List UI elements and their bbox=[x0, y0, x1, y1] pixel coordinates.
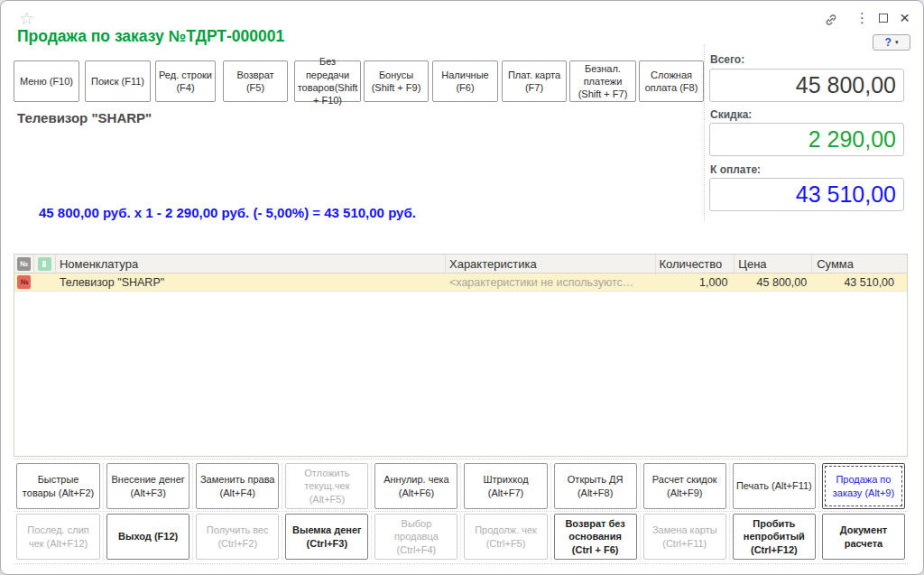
payment-card-button[interactable]: Плат. карта (F7) bbox=[502, 60, 567, 102]
exit-button[interactable]: Выход (F12) bbox=[106, 514, 189, 560]
more-menu-icon[interactable]: ⋮ bbox=[855, 10, 869, 26]
col-sum[interactable]: Сумма bbox=[812, 255, 907, 273]
bottom-toolbar-row1: Быстрые товары (Alt+F2) Внесение денег (… bbox=[14, 463, 908, 509]
items-table: № Номенклатура Характеристика Количество… bbox=[14, 254, 908, 457]
punch-unpunched-button[interactable]: Пробить непробитый (Ctrl+F12) bbox=[733, 514, 816, 560]
help-icon: ? bbox=[885, 37, 892, 48]
price-calculation-line: 45 800,00 руб. х 1 - 2 290,00 руб. (- 5,… bbox=[39, 205, 416, 220]
row-number-badge: № bbox=[17, 275, 31, 289]
cell-characteristic: <характеристики не используютс… bbox=[446, 276, 656, 289]
money-icon bbox=[38, 257, 51, 271]
return-no-basis-button[interactable]: Возврат без основания (Ctrl + F6) bbox=[554, 514, 637, 560]
cell-price: 45 800,00 bbox=[735, 276, 812, 289]
discount-calc-button[interactable]: Расчет скидок (Alt+F9) bbox=[643, 463, 726, 509]
cell-quantity: 1,000 bbox=[656, 276, 735, 289]
total-value: 45 800,00 bbox=[709, 69, 904, 102]
sale-by-order-button[interactable]: Продажа по заказу (Alt+9) bbox=[822, 463, 905, 509]
edit-row-button[interactable]: Ред. строки (F4) bbox=[155, 60, 216, 102]
print-button[interactable]: Печать (Alt+F11) bbox=[733, 463, 816, 509]
deposit-money-button[interactable]: Внесение денег (Alt+F3) bbox=[106, 463, 189, 509]
search-button[interactable]: Поиск (F11) bbox=[85, 60, 151, 102]
link-icon[interactable] bbox=[824, 13, 838, 27]
col-nomenclature[interactable]: Номенклатура bbox=[56, 255, 446, 273]
separator bbox=[14, 563, 908, 564]
cashless-payments-button[interactable]: Безнал. платежи (Shift + F7) bbox=[569, 60, 636, 102]
cell-sum: 43 510,00 bbox=[812, 276, 907, 289]
due-value: 43 510,00 bbox=[709, 178, 904, 211]
void-receipt-button[interactable]: Аннулир. чека (Alt+F6) bbox=[374, 463, 457, 509]
card-replace-button: Замена карты (Ctrl+F11) bbox=[643, 514, 726, 560]
return-button[interactable]: Возврат (F5) bbox=[223, 60, 288, 102]
cell-nomenclature: Телевизор "SHARP" bbox=[56, 276, 446, 289]
cash-withdrawal-button[interactable]: Выемка денег (Ctrl+F3) bbox=[285, 514, 368, 560]
bottom-toolbar-row2: Послед. слип чек (Alt+F12) Выход (F12) П… bbox=[14, 514, 908, 560]
no-goods-transfer-button[interactable]: Без передачи товаров(Shift + F10) bbox=[294, 60, 361, 102]
settlement-document-button[interactable]: Документ расчета bbox=[822, 514, 905, 560]
table-row[interactable]: № Телевизор "SHARP" <характеристики не и… bbox=[14, 274, 907, 292]
defer-receipt-button: Отложить текущ.чек (Alt+F5) bbox=[285, 463, 368, 509]
open-drawer-button[interactable]: Открыть ДЯ (Alt+F8) bbox=[554, 463, 637, 509]
discount-value: 2 290,00 bbox=[709, 123, 904, 156]
total-label: Всего: bbox=[710, 53, 744, 66]
seller-select-button: Выбор продавца (Ctrl+F4) bbox=[374, 514, 457, 560]
continue-receipt-button: Продолж. чек (Ctrl+F5) bbox=[464, 514, 547, 560]
separator bbox=[14, 459, 908, 459]
maximize-icon[interactable] bbox=[879, 14, 888, 23]
current-product-name: Телевизор "SHARP" bbox=[17, 110, 152, 125]
last-slip-button: Послед. слип чек (Alt+F12) bbox=[16, 514, 100, 560]
page-title: Продажа по заказу №ТДРТ-000001 bbox=[17, 27, 284, 46]
col-quantity[interactable]: Количество bbox=[656, 255, 735, 273]
get-weight-button: Получить вес (Ctrl+F2) bbox=[196, 514, 279, 560]
barcode-button[interactable]: Штрихкод (Alt+F7) bbox=[464, 463, 547, 509]
bonuses-button[interactable]: Бонусы (Shift + F9) bbox=[364, 60, 429, 102]
table-header-row: № Номенклатура Характеристика Количество… bbox=[14, 255, 907, 274]
change-rights-button[interactable]: Заменить права (Alt+F4) bbox=[196, 463, 279, 509]
favorite-star-icon[interactable]: ☆ bbox=[19, 8, 34, 29]
pos-window: ☆ ⋮ × Продажа по заказу №ТДРТ-000001 ? ▾… bbox=[0, 0, 924, 575]
due-label: К оплате: bbox=[710, 163, 761, 176]
cash-button[interactable]: Наличные (F6) bbox=[432, 60, 498, 102]
col-characteristic[interactable]: Характеристика bbox=[446, 255, 656, 273]
chevron-down-icon: ▾ bbox=[895, 39, 899, 46]
close-icon[interactable]: × bbox=[900, 8, 910, 28]
separator bbox=[14, 511, 908, 512]
help-button[interactable]: ? ▾ bbox=[873, 34, 910, 51]
menu-button[interactable]: Меню (F10) bbox=[14, 60, 79, 102]
row-number-icon: № bbox=[17, 257, 31, 271]
quick-goods-button[interactable]: Быстрые товары (Alt+F2) bbox=[16, 463, 100, 509]
separator bbox=[704, 44, 705, 221]
complex-payment-button[interactable]: Сложная оплата (F8) bbox=[639, 60, 704, 102]
discount-label: Скидка: bbox=[710, 108, 752, 121]
col-price[interactable]: Цена bbox=[735, 255, 812, 273]
